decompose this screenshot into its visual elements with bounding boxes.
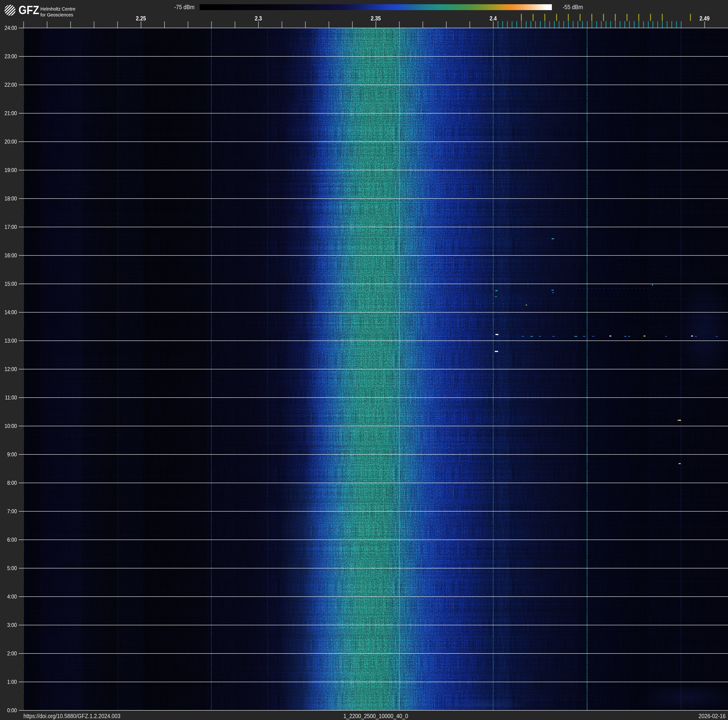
- freq-tick-label: 2.25: [136, 15, 146, 22]
- signal-event-dot: [692, 298, 694, 299]
- signal-event-dot: [639, 318, 640, 318]
- signal-event: [624, 336, 627, 337]
- signal-event-dot: [615, 288, 617, 289]
- signal-event-dot: [643, 318, 645, 318]
- signal-event-dot: [601, 298, 602, 299]
- signal-event-dot: [595, 288, 597, 289]
- freq-tick: [281, 21, 282, 28]
- freq-tick: [399, 21, 400, 28]
- colorbar-min-label: -75 dBm: [174, 4, 194, 10]
- ble-channel-tick: [601, 21, 602, 28]
- wifi-channel-tick: [690, 14, 691, 21]
- ble-channel-tick: [582, 21, 583, 28]
- signal-event-dot: [575, 288, 577, 289]
- freq-tick: [164, 21, 165, 28]
- colorbar-max-label: -55 dBm: [563, 4, 583, 10]
- signal-event-dot: [563, 298, 564, 299]
- signal-event-dot: [647, 318, 649, 318]
- ble-channel-tick: [578, 21, 578, 28]
- hour-gridline: [19, 568, 728, 568]
- signal-event: [539, 336, 541, 337]
- signal-event-dot: [676, 298, 678, 299]
- wifi-channel-tick: [627, 14, 627, 21]
- signal-event-dot: [647, 288, 649, 289]
- bright-patch: [681, 278, 728, 383]
- hour-gridline: [19, 170, 728, 170]
- ble-channel-tick: [526, 21, 526, 28]
- ble-channel-tick: [507, 21, 508, 28]
- freq-tick: [422, 21, 423, 28]
- signal-event-dot: [714, 318, 716, 318]
- hour-gridline: [19, 141, 728, 142]
- signal-event-dot: [607, 288, 609, 289]
- signal-event-dot: [599, 288, 601, 289]
- signal-event-dot: [611, 298, 613, 299]
- hour-label: 2:00: [7, 650, 17, 657]
- signal-event-dot: [679, 318, 680, 318]
- freq-tick: [329, 21, 329, 28]
- hour-label: 16:00: [5, 252, 17, 259]
- signal-event-dot: [611, 288, 613, 289]
- signal-event-dot: [546, 298, 548, 299]
- hour-label: 13:00: [5, 337, 17, 344]
- signal-event-dot: [687, 298, 688, 299]
- signal-event-dot: [583, 288, 585, 289]
- signal-event-dot: [509, 298, 510, 299]
- hour-label: 0:00: [7, 707, 17, 714]
- gfz-logo-subtext: Helmholtz Centre for Geosciences: [40, 6, 75, 18]
- wifi-channel-tick: [591, 14, 592, 21]
- ble-channel-tick: [592, 21, 592, 28]
- signal-event-dot: [665, 298, 667, 299]
- spectrogram-page: GFZ Helmholtz Centre for Geosciences -75…: [0, 0, 728, 720]
- freq-tick: [470, 21, 470, 28]
- signal-event-dot: [503, 298, 505, 299]
- freq-tick-label: 2.35: [371, 15, 381, 22]
- signal-event-dot: [595, 298, 597, 299]
- signal-event-dot: [696, 318, 698, 318]
- hour-label: 5:00: [7, 565, 17, 571]
- signal-event-dot: [661, 318, 662, 318]
- hour-gridline: [19, 653, 728, 654]
- hour-label: 6:00: [7, 536, 17, 543]
- hour-gridline: [19, 426, 728, 426]
- signal-event-dot: [631, 288, 633, 289]
- ble-channel-tick: [568, 21, 569, 28]
- freq-tick-label: 2.3: [255, 15, 262, 22]
- signal-event: [678, 463, 681, 464]
- signal-event-dot: [682, 298, 683, 299]
- signal-event: [644, 335, 645, 337]
- signal-event-dot: [643, 288, 645, 289]
- hour-gridline: [19, 312, 728, 313]
- hour-label: 15:00: [5, 280, 17, 287]
- ble-channel-tick: [535, 21, 536, 28]
- wifi-channel-tick: [615, 14, 616, 21]
- signal-event-dot: [606, 298, 607, 299]
- signal-event-dot: [536, 298, 537, 299]
- signal-event-dot: [525, 298, 526, 299]
- signal-event: [691, 335, 693, 337]
- freq-tick: [70, 21, 71, 28]
- signal-event-dot: [705, 318, 707, 318]
- signal-event-dot: [638, 298, 640, 299]
- freq-tick: [141, 21, 141, 28]
- ble-channel-tick: [667, 21, 667, 28]
- hour-gridline: [19, 84, 728, 85]
- hour-gridline: [19, 340, 728, 341]
- freq-tick: [117, 21, 118, 28]
- signal-event: [522, 336, 524, 337]
- band-highlight: [317, 28, 434, 227]
- ble-channel-tick: [615, 21, 616, 28]
- hour-label: 1:00: [7, 679, 17, 685]
- signal-event-dot: [649, 298, 651, 299]
- signal-event-dot: [584, 298, 586, 299]
- hour-label: 19:00: [5, 167, 17, 173]
- signal-event-dot: [670, 318, 671, 318]
- ble-channel-tick: [657, 21, 658, 28]
- hour-gridline: [19, 227, 728, 227]
- freq-tick: [23, 21, 24, 28]
- ble-channel-tick: [544, 21, 545, 28]
- wifi-channel-tick: [603, 14, 604, 21]
- signal-event-dot: [552, 298, 554, 299]
- ble-channel-tick: [540, 21, 541, 28]
- freq-tick: [258, 21, 259, 28]
